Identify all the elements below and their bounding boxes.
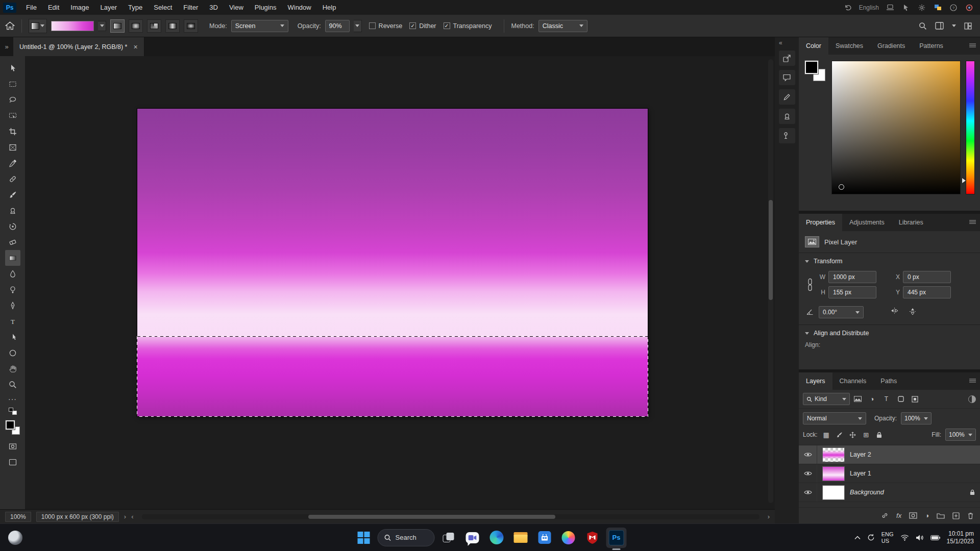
ellipse-tool[interactable]	[5, 345, 20, 361]
spot-healing-brush-tool[interactable]	[5, 171, 20, 187]
document-tab[interactable]: Untitled-1 @ 100% (Layer 2, RGB/8) * ×	[13, 37, 144, 56]
file-explorer-button[interactable]	[510, 528, 531, 548]
new-group-icon[interactable]	[937, 512, 945, 519]
hue-slider[interactable]	[966, 61, 975, 194]
menu-type[interactable]: Type	[122, 0, 148, 15]
sync-icon[interactable]	[867, 534, 875, 541]
volume-icon[interactable]	[916, 534, 924, 541]
menu-select[interactable]: Select	[148, 0, 178, 15]
tab-adjustments[interactable]: Adjustments	[842, 214, 892, 231]
hue-slider-marker[interactable]	[962, 178, 966, 183]
vertical-scroll-thumb[interactable]	[769, 200, 773, 300]
align-section-header[interactable]: Align and Distribute	[799, 325, 980, 341]
store-button[interactable]	[534, 528, 555, 548]
layer-opacity-input[interactable]: 100%	[901, 412, 932, 424]
lock-transparent-pixels-icon[interactable]: ▦	[822, 430, 831, 439]
chevron-down-icon[interactable]	[952, 24, 956, 27]
reverse-checkbox[interactable]	[369, 22, 376, 29]
edit-toolbar-icon[interactable]: ···	[5, 392, 20, 406]
height-input[interactable]: 155 px	[828, 286, 876, 298]
linear-gradient-button[interactable]	[110, 19, 125, 33]
tool-preset-picker[interactable]	[29, 19, 47, 33]
dodge-tool[interactable]	[5, 282, 20, 297]
status-chevron-end-icon[interactable]: ›	[768, 513, 770, 520]
clone-stamp-tool[interactable]	[5, 203, 20, 218]
search-icon[interactable]	[919, 22, 927, 30]
menu-filter[interactable]: Filter	[178, 0, 204, 15]
pointer-icon[interactable]	[901, 3, 911, 12]
close-tab-icon[interactable]: ×	[133, 43, 137, 51]
arrange-icon[interactable]	[964, 22, 972, 30]
menu-window[interactable]: Window	[282, 0, 316, 15]
filter-adjustment-layers-icon[interactable]: ◑	[866, 393, 878, 405]
workspace-icon[interactable]	[935, 22, 944, 30]
link-layers-icon[interactable]	[881, 512, 889, 519]
filter-kind-select[interactable]: Kind	[803, 393, 850, 405]
zoom-tool[interactable]	[5, 377, 20, 392]
add-layer-mask-icon[interactable]	[909, 512, 917, 519]
foreground-color-swatch[interactable]	[6, 420, 15, 430]
gradient-picker-chevron[interactable]	[98, 21, 106, 31]
layer-name[interactable]: Layer 2	[850, 451, 871, 458]
notes-icon[interactable]	[779, 89, 795, 105]
tab-properties[interactable]: Properties	[799, 214, 842, 231]
foreground-color-swatch[interactable]	[805, 61, 818, 74]
task-view-button[interactable]	[438, 528, 459, 548]
horizontal-scrollbar[interactable]	[142, 514, 760, 519]
language-label[interactable]: English	[859, 4, 879, 11]
opacity-chevron[interactable]	[354, 20, 362, 32]
width-input[interactable]: 1000 px	[828, 271, 876, 283]
undo-arrow-icon[interactable]	[843, 3, 852, 12]
layer-name[interactable]: Layer 1	[850, 470, 871, 477]
blur-tool[interactable]	[5, 266, 20, 282]
eraser-tool[interactable]	[5, 234, 20, 250]
photoshop-taskbar-button[interactable]: Ps	[606, 528, 627, 548]
tab-patterns[interactable]: Patterns	[912, 37, 950, 55]
new-layer-icon[interactable]	[952, 512, 960, 519]
taskbar-search[interactable]: Search	[378, 529, 435, 546]
y-input[interactable]: 445 px	[903, 286, 951, 298]
wifi-icon[interactable]	[900, 534, 909, 541]
gear-icon[interactable]	[917, 3, 926, 12]
edge-button[interactable]	[486, 528, 507, 548]
radial-gradient-button[interactable]	[129, 19, 143, 33]
toolbar-collapse-icon[interactable]: »	[0, 43, 13, 51]
transparency-checkbox-group[interactable]: ✓ Transparency	[444, 22, 492, 30]
gradient-tool[interactable]	[5, 250, 20, 266]
tab-paths[interactable]: Paths	[873, 372, 904, 390]
layer-blend-mode-select[interactable]: Normal	[803, 412, 866, 424]
reverse-checkbox-group[interactable]: Reverse	[369, 22, 403, 30]
menu-view[interactable]: View	[224, 0, 249, 15]
active-selection-marching-ants[interactable]	[137, 336, 648, 417]
screen-mode-icon[interactable]	[5, 454, 20, 470]
layer-name[interactable]: Background	[850, 489, 884, 496]
start-button[interactable]	[354, 528, 374, 548]
tray-chevron-up-icon[interactable]	[854, 536, 861, 540]
history-brush-tool[interactable]	[5, 218, 20, 234]
expand-panels-icon[interactable]: «	[775, 39, 782, 46]
layer-effects-icon[interactable]: fx	[896, 512, 901, 519]
flip-horizontal-icon[interactable]	[890, 307, 899, 317]
filter-smart-objects-icon[interactable]	[909, 393, 921, 405]
diamond-gradient-button[interactable]	[184, 19, 198, 33]
object-selection-tool[interactable]	[5, 108, 20, 123]
count-icon[interactable]	[779, 128, 795, 143]
panel-menu-icon[interactable]	[969, 43, 976, 48]
clone-source-icon[interactable]	[779, 109, 795, 124]
filter-type-layers-icon[interactable]: T	[880, 393, 893, 405]
delete-layer-icon[interactable]	[967, 512, 974, 519]
x-input[interactable]: 0 px	[903, 271, 951, 283]
status-chevron-right-icon[interactable]: ›	[124, 513, 126, 520]
tab-channels[interactable]: Channels	[832, 372, 874, 390]
vertical-scrollbar[interactable]	[768, 59, 773, 503]
canvas-area[interactable]	[25, 56, 775, 509]
opacity-input[interactable]: 90%	[325, 20, 350, 32]
visibility-cell[interactable]	[799, 464, 817, 483]
menu-help[interactable]: Help	[317, 0, 342, 15]
tab-layers[interactable]: Layers	[799, 372, 832, 390]
visibility-cell[interactable]	[799, 483, 817, 502]
mcafee-button[interactable]	[582, 528, 603, 548]
filter-shape-layers-icon[interactable]	[894, 393, 907, 405]
method-select[interactable]: Classic	[538, 20, 587, 32]
horizontal-scroll-thumb[interactable]	[308, 515, 555, 519]
